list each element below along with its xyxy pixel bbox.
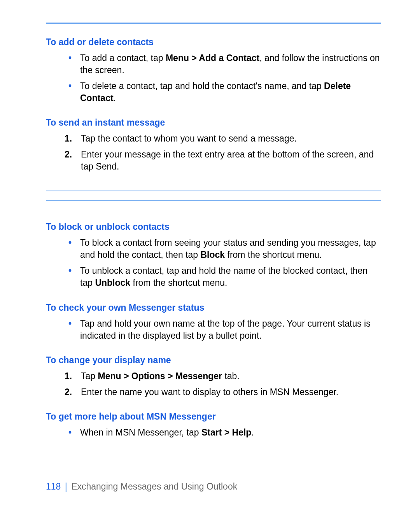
bullet-list: • To add a contact, tap Menu > Add a Con… xyxy=(68,52,381,104)
list-number: 1. xyxy=(65,133,75,145)
bullet-icon: • xyxy=(68,427,73,439)
tip-bottom-rule xyxy=(46,200,381,201)
list-number: 1. xyxy=(65,370,75,382)
bullet-list: • To block a contact from seeing your st… xyxy=(68,237,381,289)
ordered-list: 1. Tap the contact to whom you want to s… xyxy=(65,133,381,173)
list-item-text: Enter your message in the text entry are… xyxy=(81,149,381,173)
list-item-text: To delete a contact, tap and hold the co… xyxy=(80,80,381,104)
list-item-text: Tap the contact to whom you want to send… xyxy=(81,133,297,145)
bullet-icon: • xyxy=(68,52,73,76)
bullet-icon: • xyxy=(68,80,73,104)
footer-separator-icon: | xyxy=(65,481,67,493)
ordered-list: 1. Tap Menu > Options > Messenger tab. 2… xyxy=(65,370,381,398)
bullet-icon: • xyxy=(68,265,73,289)
list-number: 2. xyxy=(65,149,75,173)
list-item-text: To unblock a contact, tap and hold the n… xyxy=(80,265,381,289)
heading-add-delete-contacts: To add or delete contacts xyxy=(46,37,381,47)
footer-title: Exchanging Messages and Using Outlook xyxy=(71,481,237,492)
list-item-text: To add a contact, tap Menu > Add a Conta… xyxy=(80,52,381,76)
heading-msn-help: To get more help about MSN Messenger xyxy=(46,411,381,422)
list-item-text: When in MSN Messenger, tap Start > Help. xyxy=(80,427,254,439)
document-page: To add or delete contacts • To add a con… xyxy=(0,0,420,516)
list-item-text: Tap and hold your own name at the top of… xyxy=(80,318,381,342)
heading-block-unblock: To block or unblock contacts xyxy=(46,222,381,232)
bullet-list: • Tap and hold your own name at the top … xyxy=(68,318,381,342)
list-item: 1. Tap the contact to whom you want to s… xyxy=(65,133,381,145)
list-item: • To block a contact from seeing your st… xyxy=(68,237,381,261)
list-item: • When in MSN Messenger, tap Start > Hel… xyxy=(68,427,381,439)
bullet-icon: • xyxy=(68,318,73,342)
list-item: 2. Enter the name you want to display to… xyxy=(65,386,381,398)
page-number: 118 xyxy=(46,481,61,492)
heading-send-instant-message: To send an instant message xyxy=(46,117,381,128)
tip-block xyxy=(46,191,381,201)
list-item: • To unblock a contact, tap and hold the… xyxy=(68,265,381,289)
heading-change-display-name: To change your display name xyxy=(46,355,381,366)
page-footer: 118 | Exchanging Messages and Using Outl… xyxy=(46,481,237,493)
heading-check-status: To check your own Messenger status xyxy=(46,303,381,313)
list-item: • To add a contact, tap Menu > Add a Con… xyxy=(68,52,381,76)
bullet-icon: • xyxy=(68,237,73,261)
list-item-text: Tap Menu > Options > Messenger tab. xyxy=(81,370,240,382)
bullet-list: • When in MSN Messenger, tap Start > Hel… xyxy=(68,427,381,439)
list-item: 1. Tap Menu > Options > Messenger tab. xyxy=(65,370,381,382)
list-number: 2. xyxy=(65,386,75,398)
list-item: 2. Enter your message in the text entry … xyxy=(65,149,381,173)
list-item-text: To block a contact from seeing your stat… xyxy=(80,237,381,261)
top-rule xyxy=(46,23,381,24)
list-item: • Tap and hold your own name at the top … xyxy=(68,318,381,342)
list-item: • To delete a contact, tap and hold the … xyxy=(68,80,381,104)
list-item-text: Enter the name you want to display to ot… xyxy=(81,386,338,398)
